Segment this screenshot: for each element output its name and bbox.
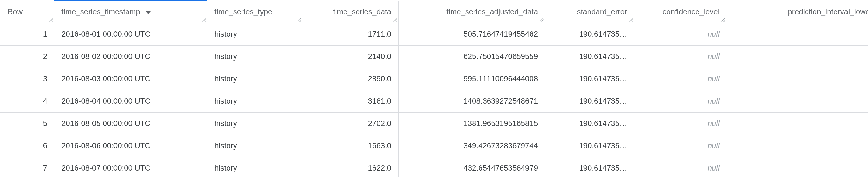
cell-conf: null <box>634 23 727 45</box>
cell-adjusted: 995.11110096444008 <box>399 68 545 90</box>
cell-timestamp: 2016-08-04 00:00:00 UTC <box>55 90 208 112</box>
cell-timestamp: 2016-08-07 00:00:00 UTC <box>55 157 208 177</box>
cell-data: 1622.0 <box>303 157 399 177</box>
cell-adjusted: 505.71647419455462 <box>399 23 545 45</box>
column-label: time_series_type <box>214 7 272 16</box>
column-header-data[interactable]: time_series_data <box>303 1 399 23</box>
column-label: time_series_data <box>333 7 391 16</box>
cell-timestamp: 2016-08-05 00:00:00 UTC <box>55 112 208 135</box>
cell-pilb: null <box>727 90 868 112</box>
column-label: confidence_level <box>662 7 719 16</box>
cell-adjusted: 1408.3639272548671 <box>399 90 545 112</box>
table-header-row: Row time_series_timestamp time_series_ty… <box>0 1 868 23</box>
cell-pilb: null <box>727 135 868 157</box>
cell-type: history <box>208 157 303 177</box>
sort-descending-icon <box>145 8 151 17</box>
resize-handle-icon[interactable] <box>202 18 206 22</box>
cell-type: history <box>208 45 303 68</box>
cell-type: history <box>208 23 303 45</box>
resize-handle-icon[interactable] <box>49 18 53 22</box>
cell-timestamp: 2016-08-01 00:00:00 UTC <box>55 23 208 45</box>
column-label: time_series_adjusted_data <box>446 7 538 16</box>
cell-data: 1663.0 <box>303 135 399 157</box>
cell-conf: null <box>634 157 727 177</box>
column-label: time_series_timestamp <box>62 7 140 16</box>
resize-handle-icon[interactable] <box>721 18 725 22</box>
cell-conf: null <box>634 135 727 157</box>
column-header-row[interactable]: Row <box>0 1 55 23</box>
cell-row-number: 7 <box>0 157 55 177</box>
cell-pilb: null <box>727 112 868 135</box>
cell-type: history <box>208 68 303 90</box>
cell-type: history <box>208 112 303 135</box>
table-row[interactable]: 12016-08-01 00:00:00 UTChistory1711.0505… <box>0 23 868 45</box>
cell-type: history <box>208 135 303 157</box>
cell-adjusted: 1381.9653195165815 <box>399 112 545 135</box>
cell-conf: null <box>634 90 727 112</box>
cell-data: 1711.0 <box>303 23 399 45</box>
cell-row-number: 4 <box>0 90 55 112</box>
table-row[interactable]: 52016-08-05 00:00:00 UTChistory2702.0138… <box>0 112 868 135</box>
cell-data: 2140.0 <box>303 45 399 68</box>
cell-row-number: 5 <box>0 112 55 135</box>
resize-handle-icon[interactable] <box>629 18 633 22</box>
cell-timestamp: 2016-08-03 00:00:00 UTC <box>55 68 208 90</box>
resize-handle-icon[interactable] <box>393 18 397 22</box>
cell-conf: null <box>634 45 727 68</box>
cell-adjusted: 432.65447653564979 <box>399 157 545 177</box>
column-header-stderr[interactable]: standard_error <box>545 1 634 23</box>
cell-pilb: null <box>727 157 868 177</box>
resize-handle-icon[interactable] <box>539 18 544 22</box>
results-table: Row time_series_timestamp time_series_ty… <box>0 0 868 177</box>
column-label: standard_error <box>577 7 627 16</box>
table-row[interactable]: 32016-08-03 00:00:00 UTChistory2890.0995… <box>0 68 868 90</box>
column-label: Row <box>7 7 23 16</box>
cell-pilb: null <box>727 23 868 45</box>
cell-pilb: null <box>727 45 868 68</box>
column-header-type[interactable]: time_series_type <box>208 1 303 23</box>
column-label: prediction_interval_lower_bound <box>788 7 868 16</box>
cell-stderr: 190.614735… <box>545 68 634 90</box>
resize-handle-icon[interactable] <box>297 18 302 22</box>
cell-pilb: null <box>727 68 868 90</box>
cell-row-number: 2 <box>0 45 55 68</box>
cell-conf: null <box>634 112 727 135</box>
cell-row-number: 3 <box>0 68 55 90</box>
cell-stderr: 190.614735… <box>545 45 634 68</box>
column-header-pilb[interactable]: prediction_interval_lower_bound <box>727 1 868 23</box>
table-row[interactable]: 42016-08-04 00:00:00 UTChistory3161.0140… <box>0 90 868 112</box>
table-body: 12016-08-01 00:00:00 UTChistory1711.0505… <box>0 23 868 177</box>
table-row[interactable]: 22016-08-02 00:00:00 UTChistory2140.0625… <box>0 45 868 68</box>
cell-stderr: 190.614735… <box>545 157 634 177</box>
column-header-timestamp[interactable]: time_series_timestamp <box>55 1 208 23</box>
cell-type: history <box>208 90 303 112</box>
cell-stderr: 190.614735… <box>545 135 634 157</box>
cell-adjusted: 625.75015470659559 <box>399 45 545 68</box>
cell-timestamp: 2016-08-06 00:00:00 UTC <box>55 135 208 157</box>
cell-row-number: 6 <box>0 135 55 157</box>
column-header-confidence[interactable]: confidence_level <box>634 1 727 23</box>
cell-adjusted: 349.42673283679744 <box>399 135 545 157</box>
table-row[interactable]: 62016-08-06 00:00:00 UTChistory1663.0349… <box>0 135 868 157</box>
table-row[interactable]: 72016-08-07 00:00:00 UTChistory1622.0432… <box>0 157 868 177</box>
cell-conf: null <box>634 68 727 90</box>
column-header-adjusted[interactable]: time_series_adjusted_data <box>399 1 545 23</box>
cell-stderr: 190.614735… <box>545 112 634 135</box>
cell-data: 2702.0 <box>303 112 399 135</box>
cell-data: 2890.0 <box>303 68 399 90</box>
cell-row-number: 1 <box>0 23 55 45</box>
cell-data: 3161.0 <box>303 90 399 112</box>
cell-stderr: 190.614735… <box>545 23 634 45</box>
cell-stderr: 190.614735… <box>545 90 634 112</box>
cell-timestamp: 2016-08-02 00:00:00 UTC <box>55 45 208 68</box>
